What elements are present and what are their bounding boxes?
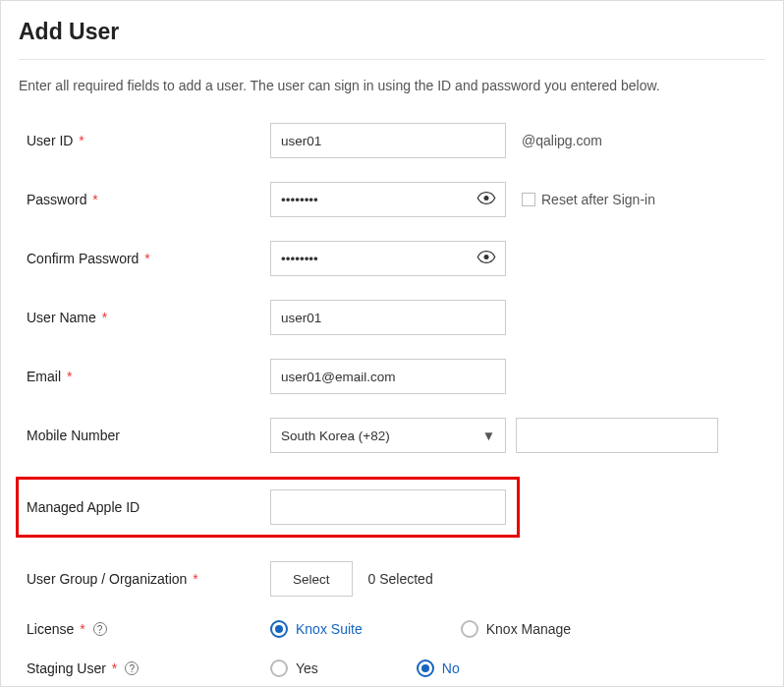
user-id-suffix: @qalipg.com bbox=[522, 133, 602, 148]
label-license: License * ? bbox=[27, 621, 270, 638]
label-email-text: Email bbox=[27, 369, 61, 384]
required-marker: * bbox=[92, 192, 97, 207]
license-radio-group: Knox Suite Knox Manage bbox=[270, 620, 571, 638]
radio-staging-yes[interactable]: Yes bbox=[270, 659, 318, 677]
highlight-managed-apple-id: Managed Apple ID bbox=[16, 477, 520, 538]
intro-text: Enter all required fields to add a user.… bbox=[19, 78, 765, 93]
required-marker: * bbox=[144, 251, 149, 266]
required-marker: * bbox=[80, 621, 84, 637]
help-icon[interactable]: ? bbox=[93, 622, 107, 636]
label-staging-user-text: Staging User bbox=[27, 660, 106, 676]
form: User ID * @qalipg.com Password * bbox=[19, 123, 765, 677]
password-input[interactable] bbox=[270, 182, 506, 217]
field-managed-apple-id bbox=[270, 489, 506, 525]
chevron-down-icon: ▼ bbox=[482, 429, 495, 443]
divider bbox=[19, 59, 765, 60]
add-user-panel: Add User Enter all required fields to ad… bbox=[0, 0, 784, 687]
row-staging-user: Staging User * ? Yes No bbox=[27, 659, 765, 677]
svg-point-0 bbox=[484, 196, 489, 200]
required-marker: * bbox=[79, 133, 84, 148]
page-title: Add User bbox=[19, 19, 765, 45]
managed-apple-id-input[interactable] bbox=[270, 489, 506, 525]
row-managed-apple-id: Managed Apple ID bbox=[27, 489, 517, 525]
radio-icon bbox=[270, 620, 288, 638]
eye-icon[interactable] bbox=[476, 248, 496, 270]
label-confirm-password-text: Confirm Password bbox=[27, 251, 139, 266]
label-managed-apple-id: Managed Apple ID bbox=[27, 499, 270, 515]
radio-staging-yes-label: Yes bbox=[296, 660, 318, 676]
radio-icon bbox=[270, 659, 288, 677]
radio-icon bbox=[461, 620, 478, 638]
row-user-id: User ID * @qalipg.com bbox=[27, 123, 765, 158]
country-code-select[interactable]: South Korea (+82) ▼ bbox=[270, 418, 506, 453]
field-confirm-password bbox=[270, 241, 506, 276]
row-license: License * ? Knox Suite Knox Manage bbox=[27, 620, 765, 638]
select-group-button[interactable]: Select bbox=[270, 561, 353, 597]
radio-staging-no[interactable]: No bbox=[417, 659, 460, 677]
row-confirm-password: Confirm Password * bbox=[27, 241, 765, 276]
label-user-name: User Name * bbox=[27, 310, 270, 325]
label-license-text: License bbox=[27, 621, 74, 637]
email-input[interactable] bbox=[270, 359, 506, 394]
field-email bbox=[270, 359, 506, 394]
selected-count: 0 Selected bbox=[368, 571, 433, 587]
label-mobile: Mobile Number bbox=[27, 428, 270, 443]
reset-checkbox-label: Reset after Sign-in bbox=[541, 192, 655, 207]
help-icon[interactable]: ? bbox=[125, 661, 139, 675]
label-user-group: User Group / Organization * bbox=[27, 571, 270, 587]
radio-knox-suite-label: Knox Suite bbox=[296, 621, 363, 637]
country-code-value: South Korea (+82) bbox=[281, 429, 390, 443]
label-user-id: User ID * bbox=[27, 133, 270, 148]
row-mobile: Mobile Number South Korea (+82) ▼ bbox=[27, 418, 765, 453]
required-marker: * bbox=[112, 660, 117, 676]
label-staging-user: Staging User * ? bbox=[27, 660, 270, 677]
label-user-group-text: User Group / Organization bbox=[27, 571, 187, 587]
reset-checkbox[interactable]: Reset after Sign-in bbox=[522, 192, 655, 207]
password-input-wrap bbox=[270, 182, 506, 217]
checkbox-icon bbox=[522, 193, 535, 206]
label-user-id-text: User ID bbox=[27, 133, 73, 148]
confirm-password-input-wrap bbox=[270, 241, 506, 276]
mobile-number-input[interactable] bbox=[516, 418, 718, 453]
required-marker: * bbox=[67, 369, 72, 384]
field-user-group: Select 0 Selected bbox=[270, 561, 433, 597]
row-email: Email * bbox=[27, 359, 765, 394]
label-confirm-password: Confirm Password * bbox=[27, 251, 270, 266]
label-managed-apple-id-text: Managed Apple ID bbox=[27, 499, 140, 515]
user-id-input[interactable] bbox=[270, 123, 506, 158]
label-mobile-text: Mobile Number bbox=[27, 428, 120, 443]
radio-icon bbox=[417, 659, 434, 677]
staging-radio-group: Yes No bbox=[270, 659, 460, 677]
label-password: Password * bbox=[27, 192, 270, 207]
label-email: Email * bbox=[27, 369, 270, 384]
row-password: Password * Reset after Sign-in bbox=[27, 182, 765, 217]
label-password-text: Password bbox=[27, 192, 86, 207]
radio-staging-no-label: No bbox=[442, 660, 460, 676]
row-user-name: User Name * bbox=[27, 300, 765, 335]
row-user-group: User Group / Organization * Select 0 Sel… bbox=[27, 561, 765, 597]
required-marker: * bbox=[102, 310, 107, 325]
field-user-name bbox=[270, 300, 506, 335]
field-password: Reset after Sign-in bbox=[270, 182, 655, 217]
field-mobile: South Korea (+82) ▼ bbox=[270, 418, 718, 453]
required-marker: * bbox=[193, 571, 197, 587]
radio-knox-suite[interactable]: Knox Suite bbox=[270, 620, 363, 638]
radio-knox-manage-label: Knox Manage bbox=[486, 621, 571, 637]
radio-knox-manage[interactable]: Knox Manage bbox=[461, 620, 571, 638]
confirm-password-input[interactable] bbox=[270, 241, 506, 276]
field-user-id: @qalipg.com bbox=[270, 123, 602, 158]
label-user-name-text: User Name bbox=[27, 310, 96, 325]
svg-point-1 bbox=[484, 255, 489, 259]
user-name-input[interactable] bbox=[270, 300, 506, 335]
eye-icon[interactable] bbox=[476, 189, 496, 211]
